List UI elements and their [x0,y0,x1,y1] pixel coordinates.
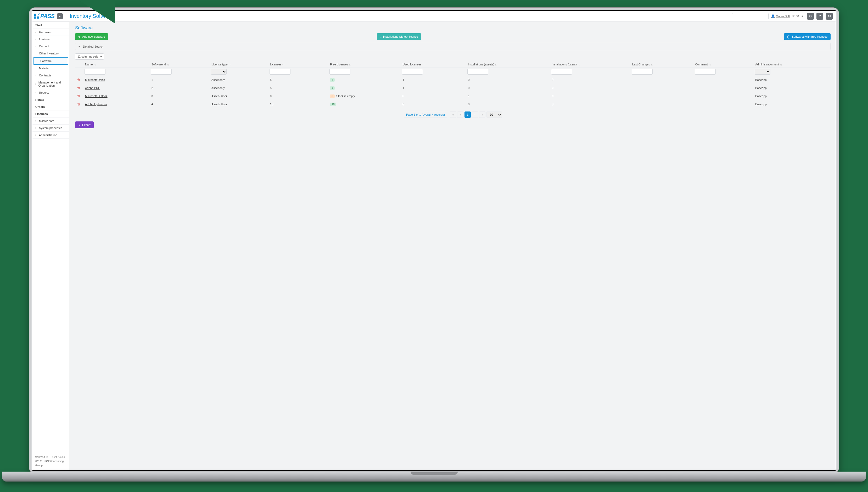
pager-first-button[interactable]: « [450,112,456,118]
main-content: Software ⊕ Add new software ≡ Installati… [69,22,836,470]
filter-10[interactable] [755,69,770,75]
global-search-input[interactable] [732,13,769,19]
sidebar-item-management-and-organization[interactable]: ›Management and Organization [32,79,69,89]
cell-license: Asset / User [209,100,268,108]
help-button[interactable]: ? [816,13,823,20]
column-selector[interactable]: 12 columns selected [75,53,104,60]
software-link[interactable]: Adobe PDF [85,87,100,90]
sidebar-item-rental[interactable]: Rental [32,96,69,103]
app-window: PASS « Inventory Software 👤 Maren Stift … [32,10,836,471]
sort-icon: ↑↓ [167,63,169,66]
laptop-base [2,472,866,482]
sidebar-item-start[interactable]: Start [32,22,69,29]
sidebar-item-other-inventory[interactable]: ⌄Other inventory [32,50,69,57]
col-header-licenses[interactable]: Licenses↑↓ [268,61,328,68]
table-row: 🗑Adobe Lightroom4Asset / User1010000Base… [75,100,830,108]
cell-lic: 5 [268,84,328,92]
delete-icon[interactable]: 🗑 [77,86,80,90]
col-header-administration-unit[interactable]: Administration unit↑↓ [753,61,830,68]
pager-page-1[interactable]: 1 [465,112,471,118]
filter-2[interactable] [211,69,227,75]
sidebar-item-furniture[interactable]: ›furniture [32,36,69,43]
sidebar-item-administration[interactable]: ›Administration [32,132,69,139]
col-label: Installations (users) [552,63,576,66]
chevron-right-icon: › [35,91,38,94]
software-link[interactable]: Microsoft Outlook [85,95,107,98]
chevron-right-icon: › [35,120,38,122]
cell-iu: 0 [549,92,630,100]
delete-icon[interactable]: 🗑 [77,102,80,106]
user-link[interactable]: 👤 Maren Stift [771,15,790,18]
col-header-license-type[interactable]: License type↑↓ [209,61,268,68]
add-software-button[interactable]: ⊕ Add new software [75,33,108,40]
export-button[interactable]: ⇪ Export [75,121,94,128]
user-icon: 👤 [771,15,775,18]
col-header-used-licenses[interactable]: Used Licenses↑↓ [400,61,466,68]
filter-8[interactable] [632,69,653,75]
export-label: Export [82,123,91,126]
sidebar-item-master-data[interactable]: ›Master data [32,118,69,125]
filter-5[interactable] [402,69,423,75]
col-header-free-licenses[interactable]: Free Licenses↑↓ [328,61,400,68]
cell-lc [630,84,693,92]
cell-lic: 0 [268,92,328,100]
detailed-search-label: Detailed Search [83,45,103,48]
sidebar-item-contracts[interactable]: ›Contracts [32,72,69,79]
cell-used: 0 [400,100,466,108]
cell-au: Baseapp [753,100,830,108]
sidebar-item-software[interactable]: Software [33,57,68,65]
col-header-installations-users-[interactable]: Installations (users)↑↓ [549,61,630,68]
app-header: PASS « Inventory Software 👤 Maren Stift … [32,11,836,22]
settings-button[interactable]: ⚙ [807,13,814,20]
pager-next-button[interactable]: › [472,112,478,118]
sort-icon: ↑↓ [228,63,231,66]
delete-icon[interactable]: 🗑 [77,94,80,98]
col-header-comment[interactable]: Comment↑↓ [693,61,753,68]
pager-last-button[interactable]: » [479,112,486,118]
filter-9[interactable] [695,69,716,75]
pager-size-select[interactable]: 10 [487,112,502,118]
cell-lc [630,92,693,100]
sidebar-toggle-button[interactable]: « [57,13,63,19]
filter-3[interactable] [270,69,291,75]
col-header-last-changed[interactable]: Last Changed↑↓ [630,61,693,68]
softwares-free-licenses-button[interactable]: ◯ Softwares with free licenses [784,33,830,40]
detailed-search-toggle[interactable]: ＋ Detailed Search [75,43,830,50]
software-link[interactable]: Microsoft Office [85,78,105,81]
sidebar-item-reports[interactable]: ›Reports [32,89,69,96]
sidebar-item-material[interactable]: Material [32,65,69,72]
mail-button[interactable]: ✉ [826,13,833,20]
filter-4[interactable] [329,69,350,75]
logo[interactable]: PASS [34,13,54,20]
col-header-software-id[interactable]: Software Id↑↓ [149,61,209,68]
filter-6[interactable] [467,69,488,75]
pager-summary: Page 1 of 1 (overall 4 records) [404,112,447,118]
sidebar-item-hardware[interactable]: ›Hardware [32,29,69,36]
cell-au: Baseapp [753,92,830,100]
sidebar-item-system-properties[interactable]: ›System properties [32,125,69,132]
pager-prev-button[interactable]: ‹ [457,112,464,118]
col-label: License type [212,63,228,66]
cell-au: Baseapp [753,84,830,92]
filter-7[interactable] [551,69,572,75]
sidebar-item-label: Rental [35,98,44,101]
sidebar-item-label: Orders [35,105,45,108]
sidebar-item-finances[interactable]: Finances [32,110,69,118]
sidebar-item-label: System properties [39,126,62,129]
software-table: Name↑↓Software Id↑↓License type↑↓License… [75,61,830,108]
col-header-installations-assets-[interactable]: Installations (assets)↑↓ [466,61,549,68]
col-header-name[interactable]: Name↑↓ [83,61,149,68]
filter-0[interactable] [84,69,105,75]
delete-icon[interactable]: 🗑 [77,78,80,82]
filter-1[interactable] [151,69,172,75]
filter-row [75,68,830,76]
logo-icon [34,14,40,19]
installations-without-license-button[interactable]: ≡ Installations without license [377,33,421,40]
sidebar-item-carpool[interactable]: ›Carpool [32,43,69,50]
cell-lc [630,100,693,108]
software-link[interactable]: Adobe Lightroom [85,103,107,106]
session-timer: ⟳ 60 min [792,15,804,18]
session-time: 60 min [796,15,804,18]
sidebar-item-orders[interactable]: Orders [32,103,69,110]
sidebar-item-label: Hardware [39,31,52,34]
